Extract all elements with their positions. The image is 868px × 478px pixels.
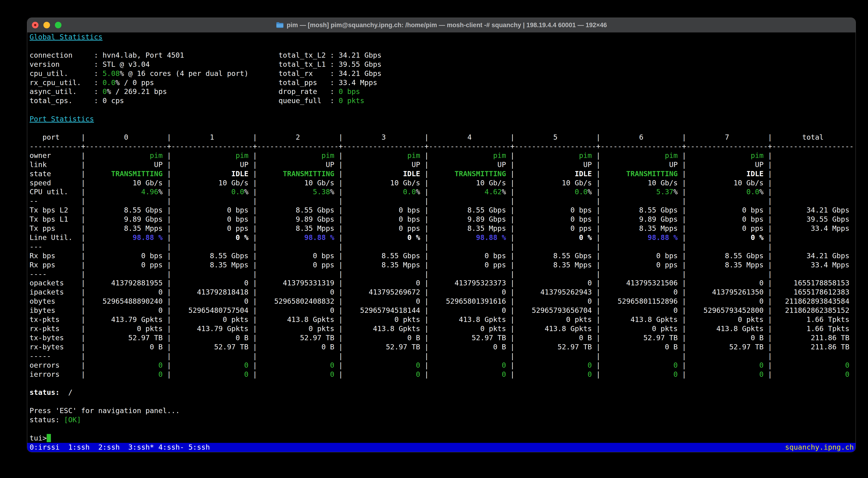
window-title-group: pim — [mosh] pim@squanchy.ipng.ch: /home… (276, 22, 607, 29)
port-stats-row-separator: ----- | | | | | | | | | (30, 352, 854, 361)
global-stats-line: connection : hvn4.lab, Port 4501 total_t… (30, 51, 854, 60)
port-stats-row-rx-pps: Rx pps | 0 pps | 8.35 Mpps | 0 pps | 8.3… (30, 261, 854, 270)
table-header-separator: ------------+-------------------+-------… (30, 142, 854, 151)
global-stats-line: async_util. : 0% / 269.21 bps drop_rate … (30, 87, 854, 96)
folder-icon (276, 22, 284, 28)
port-stats-row-separator: --- | | | | | | | | | (30, 242, 854, 251)
statusbar-windows: 0:irssi 1:ssh 2:ssh 3:ssh* 4:ssh- 5:ssh (30, 443, 210, 451)
blank-line (30, 379, 854, 388)
port-stats-row-tx-bps-l1: Tx bps L1 | 9.89 Gbps | 0 bps | 9.89 Gbp… (30, 215, 854, 224)
window-title: pim — [mosh] pim@squanchy.ipng.ch: /home… (287, 22, 607, 29)
port-stats-row-ipackets: ipackets | 0 | 413792818418 | 0 | 413795… (30, 288, 854, 297)
statusbar-hostname: squanchy.ipng.ch (785, 443, 854, 451)
port-stats-row-line-util: Line Util. | 98.88 % | 0 % | 98.88 % | 0… (30, 233, 854, 242)
port-stats-row-ibytes: ibytes | 0 | 52965480757504 | 0 | 529657… (30, 306, 854, 315)
port-stats-row-link: link | UP | UP | UP | UP | UP | UP | UP … (30, 160, 854, 169)
global-stats-line: total_cps. : 0 cps queue_full : 0 pkts (30, 96, 854, 105)
port-stats-row-opackets: opackets | 413792881955 | 0 | 4137953313… (30, 279, 854, 288)
port-stats-row-tx-pps: Tx pps | 8.35 Mpps | 0 pps | 8.35 Mpps |… (30, 224, 854, 233)
close-button[interactable] (32, 22, 38, 28)
blank-line (30, 105, 854, 114)
blank-line (30, 424, 854, 434)
global-stats-line: cpu_util. : 5.08% @ 16 cores (4 per dual… (30, 69, 854, 78)
terminal-window: pim — [mosh] pim@squanchy.ipng.ch: /home… (27, 18, 856, 452)
spinner-status-line: status: / (30, 388, 854, 397)
port-stats-row-rx-bytes: rx-bytes | 0 B | 52.97 TB | 0 B | 52.97 … (30, 343, 854, 352)
port-stats-row-rx-bps: Rx bps | 0 bps | 8.55 Gbps | 0 bps | 8.5… (30, 251, 854, 261)
port-stats-row-state: state | TRANSMITTING | IDLE | TRANSMITTI… (30, 169, 854, 178)
port-stats-row-ierrors: ierrors | 0 | 0 | 0 | 0 | 0 | 0 | 0 | 0 … (30, 370, 854, 379)
port-stats-row-obytes: obytes | 52965488890240 | 0 | 5296580240… (30, 297, 854, 306)
port-stats-row-tx-bytes: tx-bytes | 52.97 TB | 0 B | 52.97 TB | 0… (30, 334, 854, 343)
modified-dot-icon (34, 24, 36, 26)
blank-line (30, 124, 854, 133)
table-header-line: port | 0 | 1 | 2 | 3 | 4 | 5 | 6 | 7 | t… (30, 133, 854, 142)
window-controls (32, 18, 61, 32)
port-stats-row-separator: ---- | | | | | | | | | (30, 270, 854, 279)
minimize-button[interactable] (43, 22, 50, 28)
global-statistics-heading: Global Statistics (30, 33, 854, 42)
titlebar[interactable]: pim — [mosh] pim@squanchy.ipng.ch: /home… (27, 18, 856, 33)
port-stats-row-cpu-util: CPU util. | 4.96% | 0.0% | 5.38% | 0.0% … (30, 187, 854, 197)
global-stats-line: version : STL @ v3.04 total_tx_L1 : 39.5… (30, 60, 854, 69)
port-stats-row-tx-pkts: tx-pkts | 413.79 Gpkts | 0 pkts | 413.8 … (30, 315, 854, 324)
esc-hint-line: Press 'ESC' for navigation panel... (30, 406, 854, 415)
terminal-screen[interactable]: Global Statisticsconnection : hvn4.lab, … (27, 33, 856, 452)
port-stats-row-separator: -- | | | | | | | | | (30, 197, 854, 206)
port-stats-row-speed: speed | 10 Gb/s | 10 Gb/s | 10 Gb/s | 10… (30, 178, 854, 188)
port-stats-row-tx-bps-l2: Tx bps L2 | 8.55 Gbps | 0 bps | 8.55 Gbp… (30, 206, 854, 215)
port-statistics-heading: Port Statistics (30, 114, 854, 124)
port-stats-row-rx-pkts: rx-pkts | 0 pkts | 413.79 Gpkts | 0 pkts… (30, 324, 854, 334)
port-stats-row-owner: owner | pim | pim | pim | pim | pim | pi… (30, 151, 854, 160)
screen-status-bar[interactable]: 0:irssi 1:ssh 2:ssh 3:ssh* 4:ssh- 5:ssh … (27, 443, 856, 452)
ok-status-line: status: [OK] (30, 415, 854, 424)
prompt-line[interactable]: tui> (30, 434, 854, 443)
blank-line (30, 397, 854, 406)
global-stats-line: rx_cpu_util. : 0.0% / 0 pps total_pps : … (30, 78, 854, 88)
blank-line (30, 42, 854, 51)
zoom-button[interactable] (55, 22, 61, 28)
port-stats-row-oerrors: oerrors | 0 | 0 | 0 | 0 | 0 | 0 | 0 | 0 … (30, 361, 854, 370)
cursor (47, 434, 51, 442)
